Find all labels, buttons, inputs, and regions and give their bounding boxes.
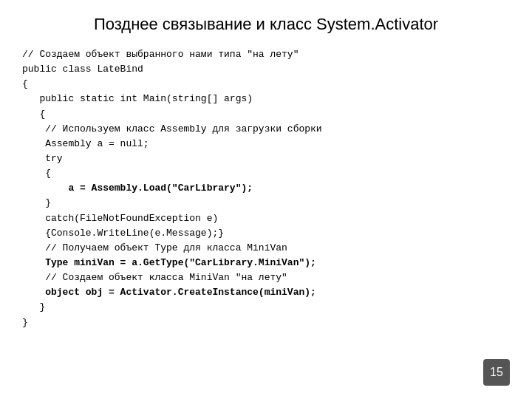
code-line: object obj = Activator.CreateInstance(mi… [22, 285, 510, 300]
code-line: { [22, 166, 510, 181]
code-line: try [22, 151, 510, 166]
code-line: a = Assembly.Load("CarLibrary"); [22, 181, 510, 196]
code-line: } [22, 316, 510, 330]
code-line: { [22, 107, 510, 122]
code-line: public class LateBind [22, 62, 510, 77]
page-number: 15 [483, 359, 510, 386]
code-line: {Console.WriteLine(e.Message);} [22, 226, 510, 241]
code-line: public static int Main(string[] args) [22, 92, 510, 106]
code-line: // Создаем объект выбранного нами типа "… [22, 47, 510, 62]
page-title: Позднее связывание и класс System.Activa… [22, 15, 510, 34]
code-line: // Получаем объект Type для класса MiniV… [22, 241, 510, 256]
page-container: Позднее связывание и класс System.Activa… [0, 0, 532, 399]
code-line: { [22, 77, 510, 92]
code-line: Assembly a = null; [22, 137, 510, 151]
code-line: // Создаем объект класса MiniVan "на лет… [22, 270, 510, 285]
code-line: Type miniVan = a.GetType("CarLibrary.Min… [22, 256, 510, 270]
code-line: } [22, 196, 510, 211]
code-line: } [22, 300, 510, 315]
code-line: // Используем класс Assembly для загрузк… [22, 122, 510, 137]
code-block: // Создаем объект выбранного нами типа "… [22, 47, 510, 384]
code-line: catch(FileNotFoundException e) [22, 211, 510, 226]
